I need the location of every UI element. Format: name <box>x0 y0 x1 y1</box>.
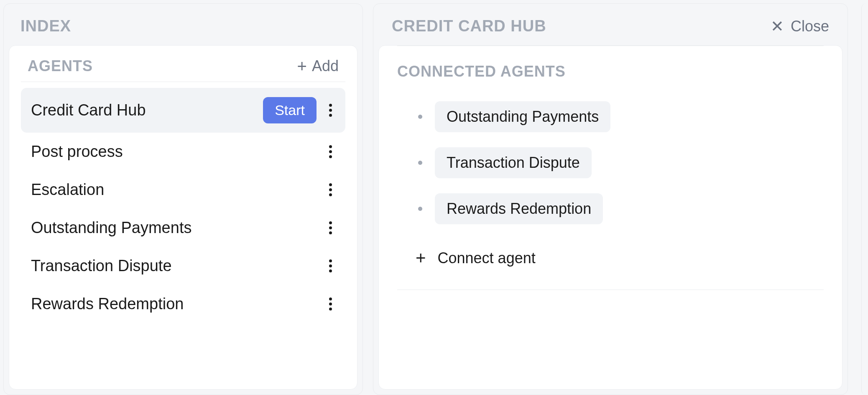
index-title: INDEX <box>20 17 346 35</box>
connected-agent-chip[interactable]: Outstanding Payments <box>435 101 610 132</box>
connected-agent-item: Rewards Redemption <box>418 193 824 224</box>
dots-icon <box>329 264 332 267</box>
agent-name: Escalation <box>31 181 104 199</box>
more-options-button[interactable] <box>326 218 335 238</box>
agent-name: Outstanding Payments <box>31 219 191 237</box>
connect-agent-label: Connect agent <box>438 249 536 267</box>
connected-agents-title: CONNECTED AGENTS <box>397 63 824 80</box>
close-button[interactable]: ✕ Close <box>771 18 829 35</box>
agent-row-left: Escalation <box>31 181 104 199</box>
dots-icon <box>329 145 332 148</box>
connected-agents-list: Outstanding PaymentsTransaction DisputeR… <box>397 101 824 224</box>
index-header: INDEX <box>4 4 363 45</box>
dots-icon <box>329 193 332 196</box>
dots-icon <box>329 150 332 153</box>
agents-card: AGENTS + Add Credit Card HubStartPost pr… <box>9 45 357 390</box>
agent-row-left: Rewards Redemption <box>31 295 184 313</box>
agents-header: AGENTS + Add <box>21 57 345 82</box>
agent-row[interactable]: Transaction Dispute <box>21 247 345 285</box>
connected-agent-item: Outstanding Payments <box>418 101 824 132</box>
agent-row-right: Start <box>263 97 335 123</box>
more-options-button[interactable] <box>326 256 335 276</box>
agent-row[interactable]: Rewards Redemption <box>21 285 345 323</box>
dots-icon <box>329 269 332 272</box>
agent-name: Rewards Redemption <box>31 295 184 313</box>
agent-row-left: Post process <box>31 143 123 161</box>
agent-row[interactable]: Credit Card HubStart <box>21 88 345 133</box>
detail-header: CREDIT CARD HUB ✕ Close <box>373 4 848 45</box>
connected-agent-chip[interactable]: Rewards Redemption <box>435 193 603 224</box>
agent-row-right <box>326 294 335 314</box>
dots-icon <box>329 259 332 262</box>
more-options-button[interactable] <box>326 142 335 162</box>
agents-header-title: AGENTS <box>28 57 93 75</box>
dots-icon <box>329 298 332 300</box>
dots-icon <box>329 308 332 310</box>
dots-icon <box>329 104 332 107</box>
dots-icon <box>329 183 332 186</box>
more-options-button[interactable] <box>326 294 335 314</box>
bullet-icon <box>418 161 422 165</box>
agent-row-left: Outstanding Payments <box>31 219 191 237</box>
add-agent-button[interactable]: + Add <box>297 57 339 75</box>
close-label: Close <box>791 18 829 35</box>
add-label: Add <box>312 57 339 75</box>
agent-row-right <box>326 256 335 276</box>
agent-row-left: Transaction Dispute <box>31 257 172 275</box>
divider <box>397 46 824 46</box>
agent-row-right <box>326 180 335 200</box>
divider <box>397 290 824 290</box>
connect-agent-button[interactable]: + Connect agent <box>397 249 824 267</box>
right-edge-strip <box>861 3 868 395</box>
detail-title: CREDIT CARD HUB <box>392 17 546 35</box>
start-button[interactable]: Start <box>263 97 317 123</box>
agent-name: Post process <box>31 143 123 161</box>
agent-name: Transaction Dispute <box>31 257 172 275</box>
bullet-icon <box>418 115 422 119</box>
more-options-button[interactable] <box>326 180 335 200</box>
agent-row[interactable]: Post process <box>21 133 345 171</box>
plus-icon: + <box>416 249 426 267</box>
close-icon: ✕ <box>771 18 784 34</box>
dots-icon <box>329 221 332 224</box>
dots-icon <box>329 226 332 229</box>
connected-agent-item: Transaction Dispute <box>418 147 824 178</box>
agent-row-right <box>326 142 335 162</box>
detail-card: CONNECTED AGENTS Outstanding PaymentsTra… <box>378 45 842 390</box>
dots-icon <box>329 109 332 112</box>
index-panel: INDEX AGENTS + Add Credit Card HubStartP… <box>3 3 363 395</box>
agent-row[interactable]: Outstanding Payments <box>21 209 345 247</box>
dots-icon <box>329 303 332 305</box>
agent-row-left: Credit Card Hub <box>31 101 146 119</box>
plus-icon: + <box>297 58 307 74</box>
agent-row-right <box>326 218 335 238</box>
dots-icon <box>329 114 332 117</box>
agent-row[interactable]: Escalation <box>21 171 345 209</box>
dots-icon <box>329 231 332 234</box>
connected-agent-chip[interactable]: Transaction Dispute <box>435 147 592 178</box>
detail-panel: CREDIT CARD HUB ✕ Close CONNECTED AGENTS… <box>373 3 848 395</box>
bullet-icon <box>418 207 422 211</box>
more-options-button[interactable] <box>326 100 335 120</box>
agent-name: Credit Card Hub <box>31 101 146 119</box>
dots-icon <box>329 188 332 191</box>
dots-icon <box>329 155 332 158</box>
